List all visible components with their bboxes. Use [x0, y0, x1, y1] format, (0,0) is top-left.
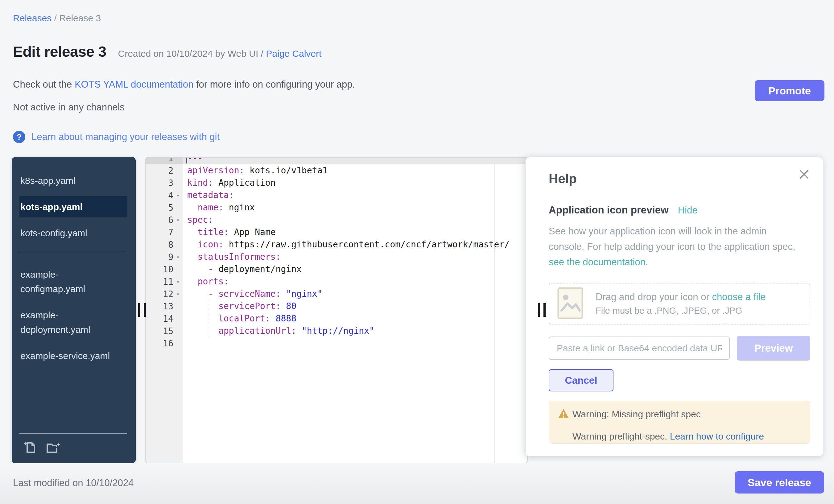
code-text[interactable]: statusInformers:	[182, 251, 527, 263]
help-panel-title: Help	[549, 172, 577, 186]
line-number: 8	[146, 238, 182, 251]
line-number: 6▾	[146, 214, 182, 226]
code-line-6[interactable]: 6▾spec:	[146, 214, 527, 226]
line-number: 2	[146, 165, 182, 177]
dropzone-text: Drag and drop your icon or choose a file…	[596, 291, 766, 316]
fold-arrow-icon[interactable]: ▾	[173, 290, 182, 297]
icon-dropzone[interactable]: Drag and drop your icon or choose a file…	[549, 283, 810, 325]
code-text[interactable]: title: App Name	[182, 226, 527, 238]
code-line-9[interactable]: 9▾ statusInformers:	[146, 251, 527, 263]
warning-triangle-icon	[558, 409, 569, 420]
code-text[interactable]: icon: https://raw.githubusercontent.com/…	[182, 238, 527, 251]
cancel-button[interactable]: Cancel	[549, 369, 613, 391]
file-item-example-service-yaml[interactable]: example-service.yaml	[19, 345, 117, 367]
git-help-row: ? Learn about managing your releases wit…	[13, 131, 220, 143]
fold-arrow-icon[interactable]: ▾	[173, 254, 182, 260]
hide-link[interactable]: Hide	[678, 205, 698, 216]
fold-arrow-icon[interactable]: ▾	[173, 278, 182, 285]
fold-arrow-icon[interactable]: ▾	[173, 217, 182, 223]
file-item-example-deployment-yaml[interactable]: example-deployment.yaml	[19, 304, 117, 340]
file-item-k8s-app-yaml[interactable]: k8s-app.yaml	[19, 170, 117, 191]
breadcrumb-releases-link[interactable]: Releases	[13, 13, 51, 23]
code-text[interactable]: ---	[182, 157, 527, 165]
line-number: 10	[146, 263, 182, 276]
doc-row: Check out the KOTS YAML documentation fo…	[13, 79, 355, 90]
file-list: k8s-app.yamlkots-app.yamlkots-config.yam…	[12, 170, 136, 367]
promote-button[interactable]: Promote	[755, 80, 825, 101]
warning-title: Warning: Missing preflight spec	[572, 409, 701, 419]
question-mark-icon[interactable]: ?	[13, 131, 25, 143]
add-file-icon[interactable]	[23, 440, 37, 456]
channel-status: Not active in any channels	[13, 102, 125, 113]
code-line-11[interactable]: 11▾ ports:	[146, 276, 527, 288]
code-text[interactable]	[182, 337, 527, 349]
code-text[interactable]: servicePort: 80	[182, 300, 527, 312]
title-row: Edit release 3 Created on 10/10/2024 by …	[13, 43, 322, 60]
code-line-1[interactable]: 1---	[146, 157, 527, 165]
pane-resize-handle-left[interactable]	[138, 303, 146, 317]
code-text[interactable]: spec:	[182, 214, 527, 226]
code-line-5[interactable]: 5 name: nginx	[146, 201, 527, 214]
line-number: 7	[146, 226, 182, 238]
line-number: 5	[146, 201, 182, 214]
line-number: 16	[146, 337, 182, 349]
sidebar-bottom	[19, 433, 127, 463]
see-documentation-link[interactable]: see the documentation	[549, 257, 645, 267]
fold-arrow-icon[interactable]: ▾	[173, 192, 182, 199]
author-link[interactable]: Paige Calvert	[266, 48, 322, 59]
created-text: Created on 10/10/2024 by Web UI / Paige …	[118, 48, 322, 59]
code-line-2[interactable]: 2apiVersion: kots.io/v1beta1	[146, 165, 527, 177]
save-release-button[interactable]: Save release	[735, 471, 824, 494]
preflight-warning-box: Warning: Missing preflight spec Warning …	[549, 401, 810, 443]
preview-button[interactable]: Preview	[737, 336, 810, 360]
code-area[interactable]: 1---2apiVersion: kots.io/v1beta13kind: A…	[146, 157, 527, 349]
code-text[interactable]: kind: Application	[182, 177, 527, 189]
git-releases-link[interactable]: Learn about managing your releases with …	[31, 131, 220, 143]
icon-preview-heading: Application icon preview Hide	[549, 204, 698, 216]
code-text[interactable]: ports:	[182, 276, 527, 288]
yaml-code-editor[interactable]: 1---2apiVersion: kots.io/v1beta13kind: A…	[145, 157, 528, 463]
code-line-15[interactable]: 15 applicationUrl: "http://nginx"	[146, 325, 527, 337]
file-item-kots-config-yaml[interactable]: kots-config.yaml	[19, 222, 117, 244]
code-line-12[interactable]: 12▾ - serviceName: "nginx"	[146, 288, 527, 300]
text-cursor	[186, 157, 187, 163]
file-tree-sidebar: k8s-app.yamlkots-app.yamlkots-config.yam…	[12, 157, 136, 463]
breadcrumb: Releases / Release 3	[13, 13, 101, 23]
pane-resize-handle-right[interactable]	[538, 303, 546, 317]
code-line-13[interactable]: 13 servicePort: 80	[146, 300, 527, 312]
line-number: 11▾	[146, 276, 182, 288]
learn-configure-link[interactable]: Learn how to configure	[670, 431, 764, 441]
choose-file-link[interactable]: choose a file	[712, 291, 766, 302]
line-number: 9▾	[146, 251, 182, 263]
kots-yaml-doc-link[interactable]: KOTS YAML documentation	[75, 79, 193, 90]
breadcrumb-separator: /	[51, 13, 59, 23]
code-text[interactable]: apiVersion: kots.io/v1beta1	[182, 165, 527, 177]
code-text[interactable]: - deployment/nginx	[182, 263, 527, 276]
code-text[interactable]: applicationUrl: "http://nginx"	[182, 325, 527, 337]
file-item-example-configmap-yaml[interactable]: example-configmap.yaml	[19, 264, 117, 300]
line-number: 12▾	[146, 288, 182, 300]
code-line-10[interactable]: 10 - deployment/nginx	[146, 263, 527, 276]
dropzone-hint: File must be a .PNG, .JPEG, or .JPG	[596, 306, 766, 316]
code-text[interactable]: name: nginx	[182, 201, 527, 214]
file-item-kots-app-yaml[interactable]: kots-app.yaml	[19, 196, 127, 217]
close-icon[interactable]	[798, 169, 810, 181]
icon-preview-description: See how your application icon will look …	[549, 224, 805, 270]
help-panel: Help Application icon preview Hide See h…	[525, 157, 823, 457]
code-line-4[interactable]: 4▾metadata:	[146, 189, 527, 201]
code-text[interactable]: metadata:	[182, 189, 527, 201]
code-line-3[interactable]: 3kind: Application	[146, 177, 527, 189]
line-number: 1	[146, 157, 182, 165]
add-folder-icon[interactable]	[46, 440, 61, 456]
breadcrumb-current: Release 3	[59, 13, 101, 23]
code-text[interactable]: localPort: 8888	[182, 312, 527, 325]
footer: Last modified on 10/10/2024	[0, 463, 834, 504]
code-line-14[interactable]: 14 localPort: 8888	[146, 312, 527, 325]
icon-preview-label: Application icon preview	[549, 204, 669, 216]
image-placeholder-icon	[557, 287, 583, 321]
code-line-7[interactable]: 7 title: App Name	[146, 226, 527, 238]
code-line-16[interactable]: 16	[146, 337, 527, 349]
code-line-8[interactable]: 8 icon: https://raw.githubusercontent.co…	[146, 238, 527, 251]
icon-url-input[interactable]	[549, 336, 730, 360]
code-text[interactable]: - serviceName: "nginx"	[182, 288, 527, 300]
